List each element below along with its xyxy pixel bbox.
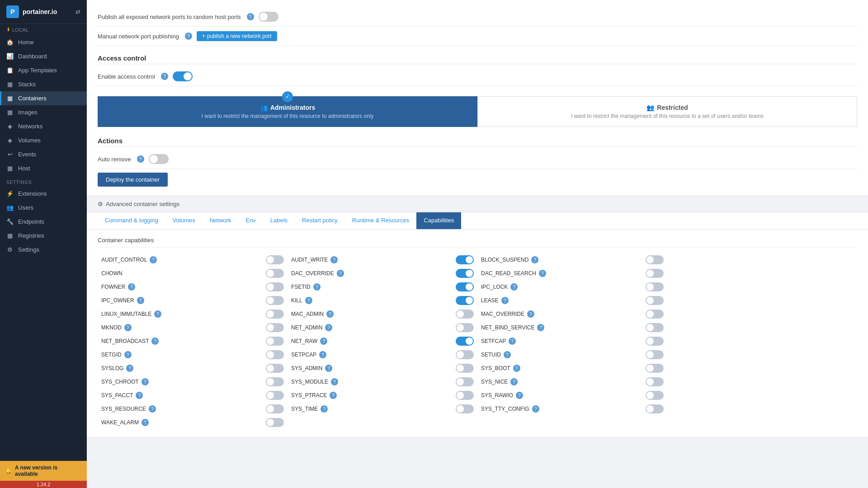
auto-remove-toggle[interactable] xyxy=(149,154,169,164)
cap-help-icon[interactable]: ? xyxy=(330,256,338,263)
new-version-bar[interactable]: 🔔 A new version is available xyxy=(0,461,87,481)
sidebar-item-dashboard[interactable]: 📊 Dashboard xyxy=(0,49,87,63)
cap-help-icon[interactable]: ? xyxy=(501,297,509,304)
sidebar-item-events[interactable]: ↩ Events xyxy=(0,147,87,161)
cap-toggle[interactable] xyxy=(646,404,664,413)
cap-help-icon[interactable]: ? xyxy=(137,297,144,304)
sidebar-item-volumes[interactable]: ◈ Volumes xyxy=(0,133,87,147)
sidebar-item-users[interactable]: 👥 Users xyxy=(0,201,87,215)
cap-help-icon[interactable]: ? xyxy=(516,392,523,399)
cap-toggle[interactable] xyxy=(646,377,664,386)
cap-help-icon[interactable]: ? xyxy=(532,405,539,413)
cap-help-icon[interactable]: ? xyxy=(510,283,518,291)
cap-toggle[interactable] xyxy=(266,364,284,373)
cap-toggle[interactable] xyxy=(646,269,664,278)
sidebar-item-networks[interactable]: ◈ Networks xyxy=(0,119,87,133)
cap-toggle[interactable] xyxy=(456,323,474,332)
sidebar-logo[interactable]: P portainer.io ⇄ xyxy=(0,0,87,24)
cap-toggle[interactable] xyxy=(456,350,474,359)
cap-help-icon[interactable]: ? xyxy=(331,378,338,385)
cap-toggle[interactable] xyxy=(646,337,664,346)
cap-toggle[interactable] xyxy=(646,391,664,400)
sidebar-item-containers[interactable]: ▦ Containers xyxy=(0,91,87,105)
cap-help-icon[interactable]: ? xyxy=(537,324,544,331)
tab-runtime-resources[interactable]: Runtime & Resources xyxy=(345,212,416,229)
cap-toggle[interactable] xyxy=(456,391,474,400)
cap-toggle[interactable] xyxy=(646,296,664,305)
cap-help-icon[interactable]: ? xyxy=(539,270,546,277)
sidebar-item-host[interactable]: ▦ Host xyxy=(0,161,87,175)
sidebar-item-registries[interactable]: ▦ Registries xyxy=(0,229,87,243)
cap-help-icon[interactable]: ? xyxy=(320,338,327,345)
cap-help-icon[interactable]: ? xyxy=(136,392,143,399)
sidebar-item-app-templates[interactable]: 📋 App Templates xyxy=(0,63,87,77)
tab-labels[interactable]: Labels xyxy=(263,212,295,229)
cap-help-icon[interactable]: ? xyxy=(142,378,149,385)
cap-toggle[interactable] xyxy=(266,418,284,427)
cap-help-icon[interactable]: ? xyxy=(325,324,332,331)
cap-toggle[interactable] xyxy=(266,255,284,264)
cap-toggle[interactable] xyxy=(646,310,664,319)
tab-capabilities[interactable]: Capabilities xyxy=(416,212,461,229)
cap-toggle[interactable] xyxy=(266,404,284,413)
cap-toggle[interactable] xyxy=(266,296,284,305)
sidebar-arrows-icon[interactable]: ⇄ xyxy=(75,9,80,15)
admin-access-card[interactable]: ✓ 👥 Administrators I want to restrict th… xyxy=(98,96,477,127)
cap-help-icon[interactable]: ? xyxy=(531,256,538,263)
cap-toggle[interactable] xyxy=(646,323,664,332)
cap-toggle[interactable] xyxy=(266,377,284,386)
cap-toggle[interactable] xyxy=(456,404,474,413)
sidebar-item-extensions[interactable]: ⚡ Extensions xyxy=(0,187,87,201)
cap-toggle[interactable] xyxy=(646,282,664,291)
cap-toggle[interactable] xyxy=(266,269,284,278)
cap-toggle[interactable] xyxy=(646,350,664,359)
cap-help-icon[interactable]: ? xyxy=(313,283,321,291)
tab-network[interactable]: Network xyxy=(203,212,239,229)
cap-help-icon[interactable]: ? xyxy=(510,378,518,385)
cap-help-icon[interactable]: ? xyxy=(124,324,132,331)
publish-all-help-icon[interactable]: ? xyxy=(247,13,254,20)
cap-toggle[interactable] xyxy=(456,377,474,386)
enable-access-help-icon[interactable]: ? xyxy=(161,73,168,80)
cap-toggle[interactable] xyxy=(456,364,474,373)
cap-help-icon[interactable]: ? xyxy=(142,419,149,426)
sidebar-item-images[interactable]: ▦ Images xyxy=(0,105,87,119)
cap-help-icon[interactable]: ? xyxy=(325,365,332,372)
cap-help-icon[interactable]: ? xyxy=(330,392,337,399)
cap-help-icon[interactable]: ? xyxy=(124,351,132,358)
cap-help-icon[interactable]: ? xyxy=(509,338,516,345)
cap-toggle[interactable] xyxy=(456,269,474,278)
sidebar-item-stacks[interactable]: ▦ Stacks xyxy=(0,77,87,91)
enable-access-toggle[interactable] xyxy=(173,71,193,81)
cap-toggle[interactable] xyxy=(266,282,284,291)
cap-toggle[interactable] xyxy=(456,282,474,291)
cap-help-icon[interactable]: ? xyxy=(527,310,534,318)
cap-toggle[interactable] xyxy=(646,364,664,373)
cap-toggle[interactable] xyxy=(266,350,284,359)
cap-help-icon[interactable]: ? xyxy=(150,256,157,263)
cap-toggle[interactable] xyxy=(266,310,284,319)
cap-help-icon[interactable]: ? xyxy=(337,270,344,277)
tab-command-logging[interactable]: Command & logging xyxy=(98,212,165,229)
cap-help-icon[interactable]: ? xyxy=(319,351,326,358)
cap-help-icon[interactable]: ? xyxy=(126,365,133,372)
cap-help-icon[interactable]: ? xyxy=(154,310,161,318)
cap-toggle[interactable] xyxy=(456,255,474,264)
cap-toggle[interactable] xyxy=(266,337,284,346)
deploy-container-button[interactable]: Deploy the container xyxy=(98,173,168,187)
cap-help-icon[interactable]: ? xyxy=(513,365,520,372)
cap-toggle[interactable] xyxy=(266,391,284,400)
cap-help-icon[interactable]: ? xyxy=(326,310,334,318)
tab-restart-policy[interactable]: Restart policy xyxy=(295,212,345,229)
cap-help-icon[interactable]: ? xyxy=(305,297,312,304)
cap-help-icon[interactable]: ? xyxy=(149,405,156,413)
cap-help-icon[interactable]: ? xyxy=(128,283,135,291)
tab-volumes[interactable]: Volumes xyxy=(165,212,203,229)
publish-all-toggle[interactable] xyxy=(259,12,278,22)
cap-toggle[interactable] xyxy=(456,337,474,346)
publish-new-port-button[interactable]: + publish a new network port xyxy=(197,31,277,41)
cap-toggle[interactable] xyxy=(456,310,474,319)
cap-toggle[interactable] xyxy=(456,296,474,305)
cap-toggle[interactable] xyxy=(646,255,664,264)
sidebar-item-settings[interactable]: ⚙ Settings xyxy=(0,243,87,257)
